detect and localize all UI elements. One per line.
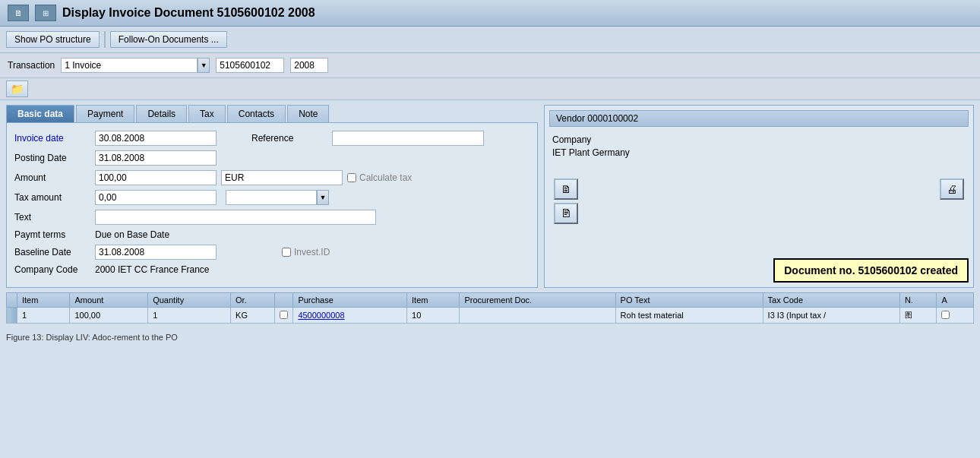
cell-a [937,308,974,324]
tab-note[interactable]: Note [287,105,329,122]
transaction-input[interactable] [61,58,198,73]
col-procurement: Procurement Doc. [460,293,615,308]
col-tax-code: Tax Code [763,293,899,308]
tax-amount-label: Tax amount [14,192,90,203]
transaction-input-group: ▼ [61,58,210,73]
tax-amount-input[interactable] [95,190,217,205]
cell-tax-code: I3 I3 (Input tax / [763,308,899,324]
company-label: Company [552,134,966,145]
cell-amount: 100,00 [70,308,148,324]
tax-select-group: ▼ [226,190,329,205]
form-panel: Invoice date Reference Posting Date Amou… [6,122,538,288]
col-selector [7,293,17,308]
table-section: Item Amount Quantity Or. Purchase Item P… [0,292,980,330]
cell-po-text: Roh test material [615,308,763,324]
company-code-value: 2000 IET CC France France [95,264,210,275]
amount-row: Amount Calculate tax [14,170,530,185]
doc-number-input[interactable] [216,58,284,73]
vendor-icon-button-1[interactable]: 🗎 [554,178,578,200]
text-label: Text [14,212,90,223]
calculate-tax-checkbox[interactable] [347,173,356,182]
cell-n: 图 [900,308,937,324]
paymt-terms-value: Due on Base Date [95,229,169,240]
toolbar: Show PO structure Follow-On Documents ..… [0,27,980,53]
col-or: Or. [231,293,275,308]
left-panel: Basic data Payment Details Tax Contacts … [6,105,538,288]
invest-id-checkbox[interactable] [282,248,291,257]
vendor-panel: Vendor 0000100002 Company IET Plant Germ… [544,105,974,288]
tab-basic-data[interactable]: Basic data [6,105,74,122]
purchase-link[interactable]: 4500000008 [298,311,344,320]
table-row: 1 100,00 1 KG 4500000008 10 Roh test mat… [7,308,974,324]
amount-label: Amount [14,172,90,183]
col-amount: Amount [70,293,148,308]
transaction-label: Transaction [8,60,55,71]
col-item2: Item [407,293,460,308]
col-po-text: PO Text [615,293,763,308]
col-item: Item [17,293,70,308]
cell-purchase[interactable]: 4500000008 [293,308,407,324]
invest-id-label: Invest.ID [294,247,330,257]
col-n: N. [900,293,937,308]
tab-payment[interactable]: Payment [76,105,134,122]
folder-button[interactable]: 📁 [6,81,28,97]
table-header-row: Item Amount Quantity Or. Purchase Item P… [7,293,974,308]
calculate-tax-label: Calculate tax [359,172,412,183]
posting-date-label: Posting Date [14,153,90,163]
transaction-row: Transaction ▼ [0,53,980,78]
col-purchase: Purchase [293,293,407,308]
cell-procurement [460,308,615,324]
follow-on-documents-button[interactable]: Follow-On Documents ... [110,31,227,48]
transaction-dropdown-button[interactable]: ▼ [198,58,210,73]
calculate-tax-area: Calculate tax [347,172,412,183]
vendor-header: Vendor 0000100002 [549,110,969,127]
tab-tax[interactable]: Tax [188,105,226,122]
baseline-date-label: Baseline Date [14,247,90,257]
title-bar: 🗎 ⊞ Display Invoice Document 5105600102 … [0,0,980,27]
tax-amount-row: Tax amount ▼ [14,190,530,205]
paymt-terms-row: Paymt terms Due on Base Date [14,229,530,240]
tab-details[interactable]: Details [136,105,187,122]
posting-date-input[interactable] [95,150,217,166]
col-checkbox-h [275,293,293,308]
cell-item: 1 [17,308,70,324]
text-input[interactable] [95,210,376,225]
company-code-row: Company Code 2000 IET CC France France [14,264,530,275]
separator [104,31,106,48]
invoice-date-label: Invoice date [14,133,90,144]
reference-label: Reference [251,133,327,144]
page-title: Display Invoice Document 5105600102 2008 [62,6,315,20]
items-table: Item Amount Quantity Or. Purchase Item P… [6,292,974,324]
show-po-structure-button[interactable]: Show PO structure [6,31,100,48]
figure-caption: Figure 13: Display LIV: Adoc-rement to t… [0,330,980,345]
cell-item2: 10 [407,308,460,324]
tax-select-dropdown[interactable]: ▼ [317,190,329,205]
app-icon: 🗎 [8,5,29,21]
doc-created-message: Document no. 5105600102 created [773,258,969,283]
posting-date-row: Posting Date [14,150,530,166]
reference-input[interactable] [332,131,484,146]
invoice-date-input[interactable] [95,131,217,146]
cell-quantity: 1 [148,308,231,324]
main-area: Basic data Payment Details Tax Contacts … [0,100,980,292]
text-row: Text [14,210,530,225]
amount-input[interactable] [95,170,217,185]
doc-year-input[interactable] [290,58,328,73]
col-quantity: Quantity [148,293,231,308]
app-icon2: ⊞ [35,5,56,21]
tab-contacts[interactable]: Contacts [227,105,286,122]
vendor-icon-button-2[interactable]: 🖹 [554,203,578,224]
row-selector[interactable] [7,308,17,324]
col-a: A [937,293,974,308]
vendor-print-button[interactable]: 🖨 [940,178,964,200]
invoice-date-row: Invoice date Reference [14,131,530,146]
company-code-label: Company Code [14,264,90,275]
baseline-date-input[interactable] [95,245,217,260]
vendor-info: Company IET Plant Germany [549,131,969,163]
tax-select-input[interactable] [226,190,317,205]
currency-input[interactable] [221,170,343,185]
invest-id-area: Invest.ID [282,247,330,257]
tabs-row: Basic data Payment Details Tax Contacts … [6,105,538,122]
cell-checkbox[interactable] [275,308,293,324]
paymt-terms-label: Paymt terms [14,229,90,240]
